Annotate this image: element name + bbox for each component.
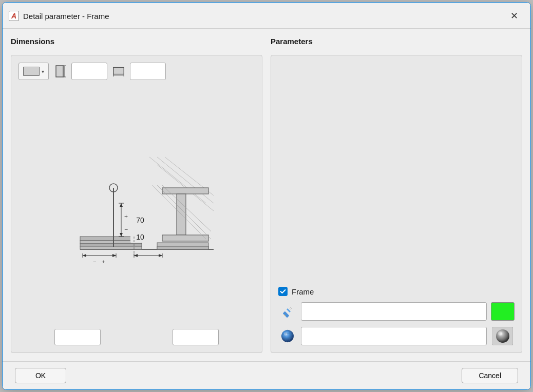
- cancel-button[interactable]: Cancel: [462, 368, 518, 383]
- svg-rect-56: [283, 311, 290, 318]
- ok-button[interactable]: OK: [15, 368, 66, 383]
- frame-checkbox-row: Frame: [278, 283, 515, 296]
- width-input[interactable]: 2: [130, 63, 166, 80]
- dimensions-title: Dimensions: [11, 37, 262, 46]
- params-spacer: [278, 63, 515, 279]
- chrome-ball-icon: [492, 327, 513, 345]
- param-row-1: 4: [278, 302, 515, 321]
- shape-dropdown[interactable]: ▾: [18, 63, 49, 80]
- material-preview-btn[interactable]: [491, 327, 515, 345]
- svg-text:70: 70: [136, 216, 144, 224]
- close-button[interactable]: ✕: [506, 8, 522, 24]
- svg-rect-22: [80, 244, 142, 246]
- frame-checkbox[interactable]: [278, 287, 288, 296]
- svg-point-60: [281, 330, 294, 342]
- technical-drawing: + − 70 70 70: [54, 136, 219, 275]
- left-panel: Dimensions ▾: [11, 37, 262, 353]
- dialog-window: A Detail parameter - Frame ✕ Dimensions …: [2, 2, 531, 390]
- param1-input[interactable]: 4: [301, 302, 487, 321]
- svg-text:+: +: [102, 259, 105, 265]
- close-icon: ✕: [510, 10, 518, 22]
- right-panel: Parameters Frame: [271, 37, 522, 353]
- bottom-left-input[interactable]: 0: [54, 329, 101, 345]
- dialog-footer: OK Cancel: [3, 361, 530, 389]
- dimensions-panel: ▾ 2: [11, 55, 262, 353]
- dialog-body: Dimensions ▾: [3, 29, 530, 361]
- svg-rect-15: [162, 235, 208, 241]
- chevron-down-icon: ▾: [42, 69, 44, 74]
- svg-text:−: −: [93, 259, 96, 265]
- svg-point-63: [284, 332, 287, 336]
- pencil-icon: [280, 304, 295, 319]
- svg-rect-13: [162, 188, 208, 194]
- svg-marker-57: [287, 308, 291, 312]
- svg-rect-25: [157, 246, 208, 249]
- svg-point-65: [496, 329, 509, 343]
- material-icon-container: [278, 327, 297, 345]
- width-icon: [111, 63, 126, 80]
- bottom-right-input[interactable]: 4: [173, 329, 219, 345]
- color-swatch[interactable]: [491, 302, 515, 321]
- parameters-panel: Frame 4: [271, 55, 522, 353]
- preview-area: + − 70 70 70: [18, 86, 255, 325]
- height-input[interactable]: 2: [71, 63, 107, 80]
- dimensions-controls: ▾ 2: [18, 63, 255, 80]
- param-row-2: Chrome 01: [278, 327, 515, 345]
- svg-rect-23: [80, 246, 142, 249]
- parameters-title: Parameters: [271, 37, 522, 46]
- svg-rect-4: [113, 68, 124, 74]
- dialog-title: Detail parameter - Frame: [23, 12, 109, 21]
- svg-marker-58: [290, 307, 292, 309]
- svg-rect-8: [54, 136, 219, 275]
- frame-label: Frame: [292, 287, 314, 296]
- app-icon: A: [9, 11, 19, 21]
- rect-shape-icon: [23, 67, 40, 76]
- svg-point-66: [498, 331, 502, 336]
- svg-text:−: −: [124, 226, 128, 233]
- svg-text:+: +: [124, 213, 128, 220]
- bottom-inputs: 0 4: [18, 329, 255, 345]
- material-sphere-icon: [280, 328, 295, 344]
- checkmark-icon: [280, 288, 286, 295]
- svg-rect-0: [56, 66, 63, 77]
- height-icon: [53, 63, 67, 80]
- param2-input[interactable]: Chrome 01: [301, 327, 487, 345]
- svg-text:10: 10: [136, 233, 144, 241]
- pencil-icon-container: [278, 302, 297, 321]
- title-bar-left: A Detail parameter - Frame: [9, 11, 109, 21]
- title-bar: A Detail parameter - Frame ✕: [3, 3, 530, 29]
